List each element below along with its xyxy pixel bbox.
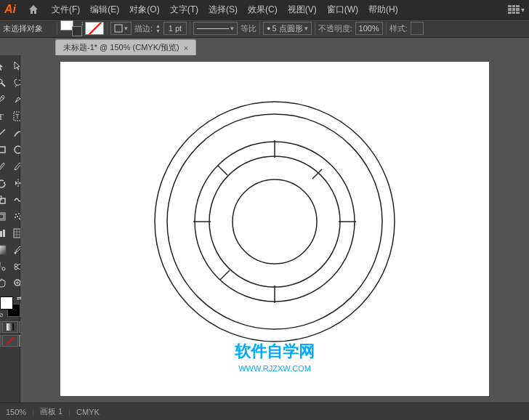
style-selector[interactable] bbox=[411, 22, 424, 35]
canvas-area[interactable]: 软件自学网 WWW.RJZXW.COM bbox=[20, 55, 529, 403]
stroke-spin[interactable]: ▲ ▼ bbox=[156, 22, 161, 35]
separator4 bbox=[259, 22, 260, 35]
svg-line-4 bbox=[1, 83, 5, 86]
workspace-switcher[interactable]: ▾ bbox=[508, 5, 525, 14]
svg-rect-24 bbox=[0, 198, 5, 203]
watermark: 软件自学网 WWW.RJZXW.COM bbox=[235, 341, 315, 374]
dot-label: 5 点圆形 bbox=[272, 23, 302, 34]
svg-line-72 bbox=[312, 169, 322, 179]
menu-view[interactable]: 视图(V) bbox=[283, 2, 322, 17]
menu-edit[interactable]: 编辑(E) bbox=[85, 2, 124, 17]
variable-width-selector[interactable]: ● 5 点圆形 ▾ bbox=[263, 22, 312, 35]
svg-rect-55 bbox=[7, 323, 14, 331]
line-style-selector[interactable]: ▾ bbox=[193, 22, 238, 35]
opacity-input[interactable] bbox=[355, 22, 383, 35]
canvas-document: 软件自学网 WWW.RJZXW.COM bbox=[60, 62, 489, 396]
watermark-line2: WWW.RJZXW.COM bbox=[235, 363, 315, 374]
tool-text[interactable]: T bbox=[0, 108, 9, 124]
svg-rect-27 bbox=[0, 214, 4, 219]
menu-bar: 文件(F) 编辑(E) 对象(O) 文字(T) 选择(S) 效果(C) 视图(V… bbox=[47, 2, 502, 17]
separator6 bbox=[386, 22, 387, 35]
svg-marker-2 bbox=[0, 62, 3, 70]
opacity-label: 不透明度: bbox=[318, 23, 352, 34]
tool-free-transform[interactable] bbox=[0, 209, 9, 225]
stroke-value-input[interactable] bbox=[163, 22, 187, 35]
separator bbox=[57, 22, 57, 35]
color-swatch-a[interactable] bbox=[0, 335, 1, 347]
svg-point-31 bbox=[15, 217, 16, 218]
menu-file[interactable]: 文件(F) bbox=[47, 2, 85, 17]
svg-point-46 bbox=[15, 264, 17, 267]
tool-column-graph[interactable] bbox=[0, 225, 9, 241]
menu-help[interactable]: 帮助(H) bbox=[363, 2, 403, 17]
color-swatch-b[interactable] bbox=[2, 335, 18, 347]
gradient-fill-btn[interactable] bbox=[2, 321, 18, 333]
menu-window[interactable]: 窗口(W) bbox=[322, 2, 363, 17]
style-label: 样式: bbox=[389, 23, 408, 34]
svg-text:T: T bbox=[0, 111, 4, 121]
svg-line-71 bbox=[218, 166, 227, 175]
tool-paintbrush[interactable] bbox=[0, 158, 9, 174]
menu-select[interactable]: 选择(S) bbox=[203, 2, 243, 17]
svg-line-45 bbox=[0, 265, 3, 268]
fill-stroke-icon[interactable]: ↕ bbox=[60, 20, 82, 36]
watermark-line1: 软件自学网 bbox=[235, 341, 315, 363]
titlebar: Ai 文件(F) 编辑(E) 对象(O) 文字(T) 选择(S) 效果(C) 视… bbox=[0, 0, 529, 19]
svg-line-10 bbox=[15, 85, 17, 87]
separator5 bbox=[315, 22, 315, 35]
tool-pen[interactable] bbox=[0, 92, 9, 108]
separator3 bbox=[190, 22, 190, 35]
svg-point-30 bbox=[17, 216, 18, 217]
menu-effect[interactable]: 效果(C) bbox=[243, 2, 283, 17]
tool-rect[interactable] bbox=[0, 142, 9, 158]
svg-point-66 bbox=[233, 179, 317, 264]
svg-point-47 bbox=[15, 267, 17, 270]
selection-label: 未选择对象 bbox=[3, 23, 54, 34]
tool-rotate[interactable] bbox=[0, 175, 9, 191]
svg-rect-35 bbox=[3, 230, 5, 237]
svg-rect-34 bbox=[0, 231, 2, 237]
artboard-indicator: 画板 1 bbox=[40, 406, 62, 417]
color-mode-indicator: CMYK bbox=[76, 408, 100, 416]
tool-hand[interactable] bbox=[0, 275, 9, 291]
tool-magic-wand[interactable] bbox=[0, 75, 9, 91]
svg-point-62 bbox=[155, 102, 395, 342]
svg-rect-41 bbox=[0, 246, 6, 254]
tool-select[interactable] bbox=[0, 58, 9, 74]
ai-logo: Ai bbox=[4, 3, 20, 16]
toolbar: 未选择对象 ↕ ▾ 描边: ▲ ▼ ▾ 等比 ● 5 点圆形 ▾ 不透明度: 样… bbox=[0, 19, 529, 38]
svg-text:T: T bbox=[15, 113, 20, 120]
separator2 bbox=[107, 22, 108, 35]
svg-rect-17 bbox=[0, 147, 5, 153]
stroke-color-indicator[interactable] bbox=[85, 22, 104, 35]
status-separator2: | bbox=[68, 408, 70, 416]
tab-title: 未标题-1* @ 150% (CMYK/预览) bbox=[63, 42, 179, 53]
tool-gradient[interactable] bbox=[0, 242, 9, 258]
svg-marker-22 bbox=[15, 181, 17, 185]
line-type-label: 等比 bbox=[241, 23, 257, 34]
tab-close[interactable]: × bbox=[184, 44, 188, 52]
svg-point-28 bbox=[15, 214, 17, 215]
tool-scale[interactable] bbox=[0, 192, 9, 208]
document-tab[interactable]: 未标题-1* @ 150% (CMYK/预览) × bbox=[55, 39, 196, 55]
menu-object[interactable]: 对象(O) bbox=[124, 2, 164, 17]
svg-rect-1 bbox=[115, 25, 122, 32]
svg-point-65 bbox=[209, 156, 340, 287]
tool-blend[interactable] bbox=[0, 259, 9, 275]
home-icon[interactable] bbox=[26, 2, 41, 17]
stroke-label: 描边: bbox=[134, 23, 153, 34]
zoom-indicator: 150% bbox=[6, 408, 26, 416]
main-area: + T T bbox=[0, 55, 529, 403]
swap-colors-btn[interactable]: ⇄ ⊘ bbox=[0, 296, 20, 317]
stroke-selector[interactable]: ▾ bbox=[110, 22, 132, 35]
svg-point-42 bbox=[15, 252, 17, 254]
svg-marker-3 bbox=[15, 62, 20, 70]
svg-marker-20 bbox=[3, 182, 5, 184]
tool-line[interactable] bbox=[0, 125, 9, 141]
menu-text[interactable]: 文字(T) bbox=[165, 2, 203, 17]
color-fill-btn[interactable] bbox=[0, 321, 1, 333]
svg-point-5 bbox=[0, 79, 2, 84]
svg-marker-0 bbox=[29, 5, 38, 14]
status-separator: | bbox=[32, 408, 34, 416]
svg-line-73 bbox=[220, 270, 230, 280]
